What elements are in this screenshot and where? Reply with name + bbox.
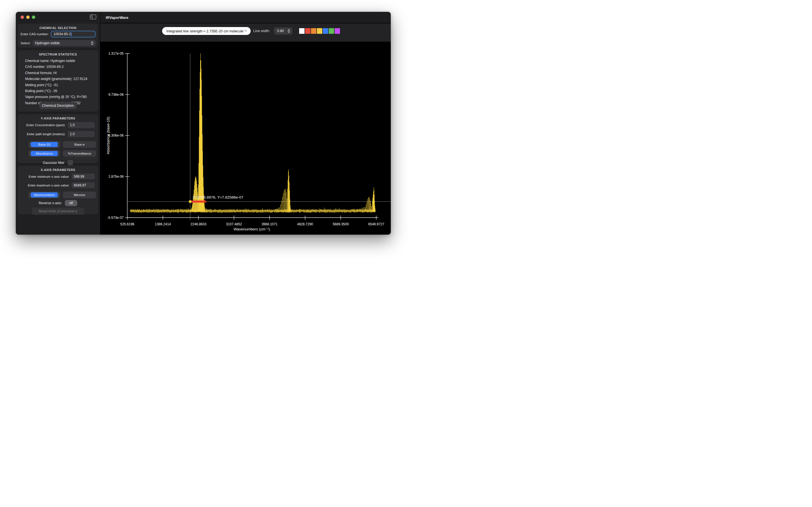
sidebar-toggle-icon[interactable] bbox=[90, 14, 96, 20]
svg-text:525.6196: 525.6196 bbox=[120, 222, 134, 226]
zoom-button[interactable] bbox=[32, 15, 35, 19]
absorbance-button[interactable]: Absorbance bbox=[29, 150, 60, 157]
cas-number-input[interactable]: 10034-85-2 bbox=[51, 31, 96, 38]
stat-row: Molecular weight (grams/mole): 127.9124 bbox=[25, 76, 96, 82]
close-button[interactable] bbox=[20, 15, 24, 19]
svg-text:2246.8633: 2246.8633 bbox=[190, 222, 206, 226]
min-x-input[interactable]: 599.99 bbox=[71, 173, 95, 179]
integration-marker bbox=[190, 201, 206, 203]
wavenumbers-button[interactable]: Wavenumbers bbox=[29, 191, 60, 198]
line-width-stepper[interactable]: 0.80 bbox=[274, 27, 292, 35]
chevron-up-down-icon bbox=[91, 41, 94, 46]
path-length-input[interactable]: 1.0 bbox=[68, 131, 95, 137]
text-cursor bbox=[71, 33, 71, 36]
divider bbox=[20, 158, 95, 159]
min-x-label: Enter minimum x-axis value: bbox=[29, 175, 69, 178]
app-title: IRVaporWare bbox=[106, 15, 128, 20]
line-width-label: Line width: bbox=[253, 29, 270, 33]
base-e-button[interactable]: Base-e bbox=[63, 141, 96, 148]
select-chemical-label: Select: bbox=[20, 41, 31, 45]
x-axis-title: Wavenumbers (cm⁻¹) bbox=[234, 227, 270, 231]
concentration-input[interactable]: 1.0 bbox=[68, 122, 95, 128]
reverse-x-axis-label: Reverse x-axis: bbox=[39, 201, 62, 205]
svg-text:2.875e-06: 2.875e-06 bbox=[108, 175, 123, 179]
color-swatch-blue[interactable] bbox=[323, 28, 328, 34]
y-axis-title: Absorbance (base-10) bbox=[106, 117, 110, 154]
color-swatch-orange[interactable] bbox=[311, 28, 316, 34]
svg-text:1.317e-05: 1.317e-05 bbox=[108, 52, 123, 55]
concentration-label: Enter Concentration (ppm): bbox=[26, 123, 65, 127]
base10-button[interactable]: Base-10 bbox=[29, 141, 60, 148]
stepper-chevrons-icon bbox=[287, 29, 290, 34]
chart-area: -5.573e-072.875e-066.306e-069.738e-061.3… bbox=[100, 42, 391, 235]
color-swatch-red[interactable] bbox=[305, 28, 310, 34]
transmittance-button[interactable]: %Transmittance bbox=[63, 150, 96, 157]
color-swatch-purple[interactable] bbox=[335, 28, 340, 34]
section-header: CHEMICAL SELECTION bbox=[18, 24, 98, 30]
section-header: SPECTRUM STATISTICS bbox=[18, 50, 98, 56]
stat-row: Chemical formula: HI bbox=[25, 70, 96, 76]
spectrum-statistics-section: SPECTRUM STATISTICS Chemical name: Hydro… bbox=[18, 50, 98, 112]
svg-text:4828.7290: 4828.7290 bbox=[297, 222, 313, 226]
svg-text:1386.2414: 1386.2414 bbox=[155, 222, 171, 226]
section-header: Y-AXIS PARAMETERS bbox=[18, 114, 98, 120]
stat-row: Melting point (°C): -51 bbox=[25, 82, 96, 88]
microns-button[interactable]: Microns bbox=[63, 191, 96, 198]
x-axis-parameters-section: X-AXIS PARAMETERS Enter minimum x-axis v… bbox=[18, 166, 98, 214]
gaussian-filter-label: Gaussian filter bbox=[43, 161, 64, 165]
path-length-label: Enter path length (meters): bbox=[27, 132, 65, 136]
gaussian-filter-checkbox[interactable] bbox=[68, 160, 73, 165]
crosshair-readout: X=2046.8976, Y=7.82586e-07 bbox=[192, 195, 243, 200]
stat-row: Chemical name: Hydrogen iodide bbox=[25, 58, 96, 64]
toolbar: Integrated line strength = 2.735E-20 cm … bbox=[100, 23, 391, 42]
stat-row: CAS number: 10034-85-2 bbox=[25, 64, 96, 70]
max-x-label: Enter maximum x-axis value: bbox=[28, 184, 69, 187]
titlebar: IRVaporWare bbox=[100, 12, 391, 23]
svg-text:-5.573e-07: -5.573e-07 bbox=[107, 216, 123, 220]
sidebar: CHEMICAL SELECTION Enter CAS number: 100… bbox=[16, 12, 100, 235]
cursor-point bbox=[189, 200, 192, 203]
reset-limits-button[interactable]: Reset limits (Command-r) bbox=[32, 208, 84, 215]
window-controls bbox=[20, 15, 35, 19]
section-header: X-AXIS PARAMETERS bbox=[18, 166, 98, 172]
color-swatch-green[interactable] bbox=[329, 28, 334, 34]
chemical-selection-section: CHEMICAL SELECTION Enter CAS number: 100… bbox=[18, 24, 98, 48]
y-axis-parameters-section: Y-AXIS PARAMETERS Enter Concentration (p… bbox=[18, 114, 98, 163]
minimize-button[interactable] bbox=[26, 15, 30, 19]
spectrum-plot[interactable]: -5.573e-072.875e-066.306e-069.738e-061.3… bbox=[100, 42, 391, 235]
svg-text:6.306e-06: 6.306e-06 bbox=[108, 133, 123, 137]
color-swatch-yellow[interactable] bbox=[317, 28, 322, 34]
integrated-line-strength-badge: Integrated line strength = 2.735E-20 cm … bbox=[162, 27, 251, 35]
svg-text:5689.3509: 5689.3509 bbox=[333, 222, 349, 226]
stat-row: Boiling point (°C): -35 bbox=[25, 88, 96, 94]
color-swatch-row bbox=[299, 28, 340, 34]
svg-text:6549.9727: 6549.9727 bbox=[368, 222, 384, 226]
stat-row: Vapor pressure (mmHg @ 25 °C): P>760 bbox=[25, 94, 96, 100]
max-x-input[interactable]: 6549.97 bbox=[71, 182, 95, 188]
svg-text:3107.4852: 3107.4852 bbox=[226, 222, 242, 226]
chemical-description-button[interactable]: Chemical Description bbox=[40, 102, 77, 109]
chemical-select-dropdown[interactable]: Hydrogen iodide bbox=[33, 40, 96, 46]
svg-text:3968.1071: 3968.1071 bbox=[262, 222, 278, 226]
color-swatch-white[interactable] bbox=[299, 28, 305, 34]
reverse-x-axis-toggle[interactable]: off bbox=[65, 200, 77, 206]
app-window: CHEMICAL SELECTION Enter CAS number: 100… bbox=[16, 12, 391, 235]
svg-text:9.738e-06: 9.738e-06 bbox=[108, 93, 123, 97]
statistics-list: Chemical name: Hydrogen iodide CAS numbe… bbox=[18, 56, 98, 106]
cas-number-label: Enter CAS number: bbox=[20, 33, 49, 36]
